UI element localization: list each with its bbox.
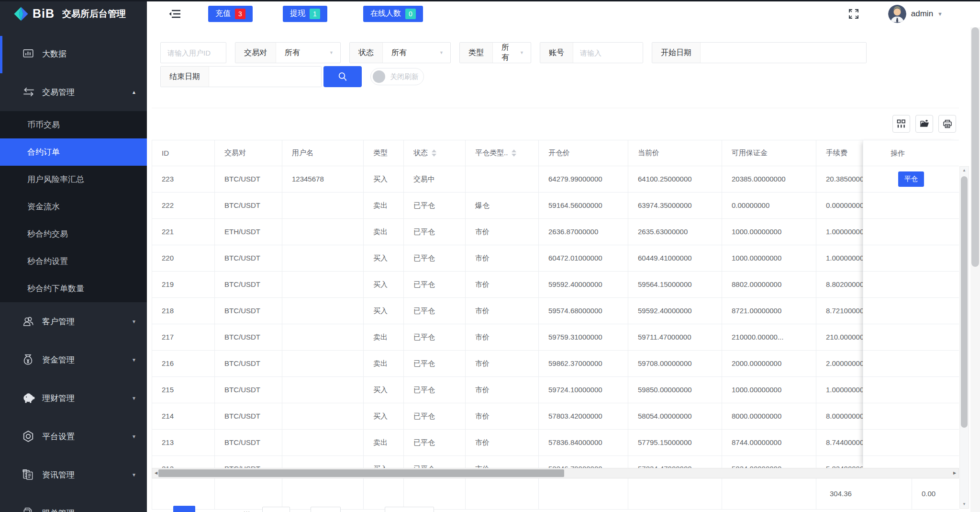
cell-status: 已平仓 xyxy=(404,298,466,324)
table-toolbar xyxy=(892,115,956,133)
chevron-down-icon: ▼ xyxy=(430,50,444,55)
cell-pair: BTC/USDT xyxy=(215,193,282,218)
columns-button[interactable] xyxy=(892,115,910,133)
cell-current_price: 59564.15000000 xyxy=(628,272,722,297)
page-size-select[interactable] xyxy=(385,507,434,512)
cell-id: 214 xyxy=(152,403,215,429)
page-scrollbar[interactable] xyxy=(970,27,980,512)
sidebar-item-copy-trade-management[interactable]: 跟单管理 ▼ xyxy=(0,494,147,512)
cell-margin: 210000.00000... xyxy=(722,324,816,350)
submenu-item-second-contract-trade[interactable]: 秒合约交易 xyxy=(0,220,147,248)
sidebar-item-customer-management[interactable]: 客户管理 ▼ xyxy=(0,302,147,341)
col-header-open_price: 开仓价 xyxy=(539,140,628,166)
type-filter-select[interactable]: 所有 ▼ xyxy=(493,43,531,63)
start-date-filter: 开始日期 xyxy=(652,42,867,63)
submenu-item-user-risk[interactable]: 用户风险率汇总 xyxy=(0,166,147,193)
col-header-status[interactable]: 状态 xyxy=(404,140,466,166)
sidebar-item-platform-settings[interactable]: 平台设置 ▼ xyxy=(0,417,147,455)
menu-fold-icon[interactable] xyxy=(168,9,181,19)
page-scroll-thumb[interactable] xyxy=(971,27,979,267)
sidebar-item-trade-management[interactable]: 交易管理 ▲ xyxy=(0,73,147,111)
cell-pair: BTC/USDT xyxy=(215,377,282,403)
col-header-close_type[interactable]: 平仓类型.. xyxy=(466,140,539,166)
status-filter-select[interactable]: 所有 ▼ xyxy=(383,43,450,63)
cell-margin: 2000.00000000 xyxy=(722,351,816,376)
scroll-down-icon[interactable]: ▼ xyxy=(960,501,969,508)
cell-type: 买入 xyxy=(364,166,404,192)
withdraw-badge: 1 xyxy=(310,9,320,19)
online-users-button[interactable]: 在线人数 0 xyxy=(363,6,423,22)
cell-current_price: 57795.15000000 xyxy=(628,430,722,455)
app-title: 交易所后台管理 xyxy=(62,8,126,20)
submenu-item-fund-flow[interactable]: 资金流水 xyxy=(0,193,147,220)
scroll-up-icon[interactable]: ▲ xyxy=(960,167,969,174)
action-cell: 平仓 xyxy=(863,166,959,193)
toggle-knob-icon xyxy=(373,70,385,83)
fullscreen-icon[interactable] xyxy=(848,8,859,20)
sidebar-item-news-management[interactable]: 资讯管理 ▼ xyxy=(0,455,147,494)
submenu-item-second-contract-order-qty[interactable]: 秒合约下单数量 xyxy=(0,275,147,302)
users-icon xyxy=(22,316,36,327)
refresh-toggle[interactable]: 关闭刷新 xyxy=(370,68,424,85)
search-button[interactable] xyxy=(323,66,362,87)
print-button[interactable] xyxy=(938,115,956,133)
col-header-type: 类型 xyxy=(364,140,404,166)
scroll-right-icon[interactable]: ▶ xyxy=(951,468,958,478)
cell-current_price: 63974.35000000 xyxy=(628,193,722,218)
table-row: 217BTC/USDT卖出已平仓市价59759.3100000059711.47… xyxy=(152,324,959,351)
submenu-item-second-contract-settings[interactable]: 秒合约设置 xyxy=(0,248,147,275)
sidebar-item-fund-management[interactable]: 资金管理 ▼ xyxy=(0,341,147,379)
page-jump-input[interactable] xyxy=(262,507,290,512)
cell-status: 交易中 xyxy=(404,166,466,192)
cell-close_type: 市价 xyxy=(466,272,539,297)
chevron-down-icon: ▼ xyxy=(132,472,136,478)
sidebar-item-wealth-management[interactable]: 理财管理 ▼ xyxy=(0,379,147,417)
col-header-margin: 可用保证金 xyxy=(722,140,816,166)
start-date-input[interactable] xyxy=(701,43,866,63)
submenu-item-contract-orders[interactable]: 合约订单 xyxy=(0,138,147,166)
chevron-up-icon: ▲ xyxy=(132,90,136,95)
close-position-button[interactable]: 平仓 xyxy=(898,171,924,187)
cell-id: 212 xyxy=(152,456,215,468)
page-confirm-button[interactable] xyxy=(311,507,341,512)
account-input[interactable] xyxy=(573,43,643,63)
account-filter-label: 账号 xyxy=(540,43,573,63)
action-column-body: 平仓 xyxy=(863,166,959,468)
pagination-ellipsis: … xyxy=(243,506,250,512)
recharge-button[interactable]: 充值 3 xyxy=(208,6,253,22)
withdraw-button[interactable]: 提现 1 xyxy=(283,6,327,22)
sort-icon[interactable] xyxy=(512,149,516,157)
end-date-input[interactable] xyxy=(209,67,321,87)
cell-margin: 8721.00000000 xyxy=(722,298,816,324)
filter-row-1: 交易对 所有 ▼ 状态 所有 ▼ 类型 所有 xyxy=(160,42,980,63)
table-vertical-scrollbar[interactable]: ▲ ▼ xyxy=(959,166,969,509)
h-scroll-thumb[interactable] xyxy=(158,469,564,477)
v-scroll-thumb[interactable] xyxy=(961,176,968,428)
action-cell xyxy=(863,272,959,298)
cell-type: 卖出 xyxy=(364,193,404,218)
horizontal-scrollbar[interactable]: ◀ ▶ xyxy=(152,468,959,478)
print-icon xyxy=(943,119,952,129)
cell-open_price: 59164.56000000 xyxy=(539,193,628,218)
cell-close_type xyxy=(466,166,539,192)
table-row: 222BTC/USDT卖出已平仓爆仓59164.5600000063974.35… xyxy=(152,193,959,219)
cell-status: 已平仓 xyxy=(404,403,466,429)
cell-open_price: 59759.31000000 xyxy=(539,324,628,350)
pair-filter-select[interactable]: 所有 ▼ xyxy=(276,43,340,63)
cell-margin: 8000.00000000 xyxy=(722,403,816,429)
table-row: 213BTC/USDT卖出已平仓市价57836.8400000057795.15… xyxy=(152,430,959,456)
cell-id: 223 xyxy=(152,166,215,192)
sort-icon[interactable] xyxy=(432,149,436,157)
submenu-item-spot-trade[interactable]: 币币交易 xyxy=(0,111,147,138)
cell-id: 217 xyxy=(152,324,215,350)
user-id-input[interactable] xyxy=(160,42,226,63)
avatar[interactable] xyxy=(888,5,906,23)
cell-margin: 8744.00000000 xyxy=(722,430,816,455)
export-button[interactable] xyxy=(915,115,933,133)
user-menu[interactable]: admin ▼ xyxy=(911,9,943,19)
table-row: 221ETH/USDT卖出已平仓市价2636.870000002635.6300… xyxy=(152,219,959,245)
cell-type: 卖出 xyxy=(364,219,404,245)
sidebar-item-bigdata[interactable]: 大数据 xyxy=(0,34,147,73)
filter-row-2: 结束日期 关闭刷新 xyxy=(160,66,980,87)
current-page-button[interactable] xyxy=(173,506,195,512)
